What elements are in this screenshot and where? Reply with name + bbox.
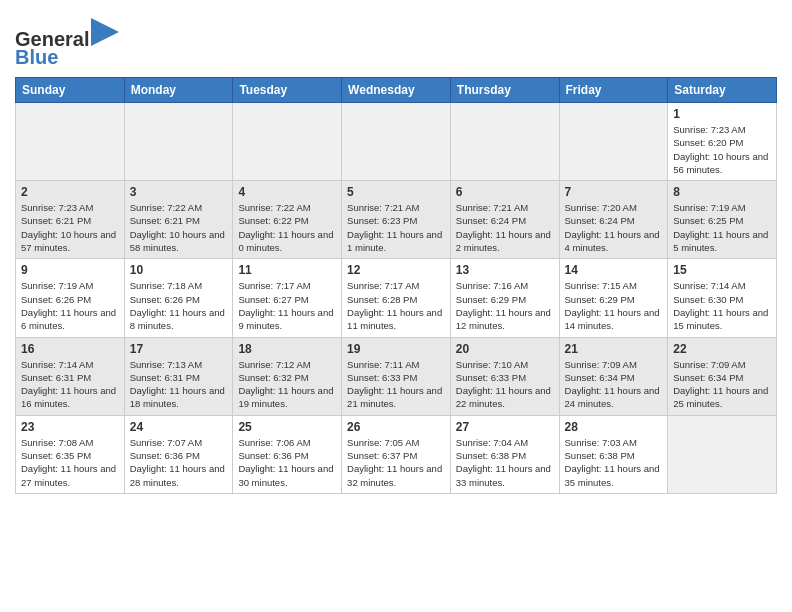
calendar-header-tuesday: Tuesday: [233, 78, 342, 103]
logo: General Blue: [15, 18, 119, 69]
day-number: 6: [456, 185, 554, 199]
day-info: Sunrise: 7:05 AM Sunset: 6:37 PM Dayligh…: [347, 436, 445, 489]
day-number: 17: [130, 342, 228, 356]
day-number: 13: [456, 263, 554, 277]
day-number: 8: [673, 185, 771, 199]
calendar-table: SundayMondayTuesdayWednesdayThursdayFrid…: [15, 77, 777, 494]
day-number: 14: [565, 263, 663, 277]
day-info: Sunrise: 7:14 AM Sunset: 6:31 PM Dayligh…: [21, 358, 119, 411]
calendar-header-sunday: Sunday: [16, 78, 125, 103]
day-info: Sunrise: 7:18 AM Sunset: 6:26 PM Dayligh…: [130, 279, 228, 332]
day-number: 19: [347, 342, 445, 356]
day-number: 1: [673, 107, 771, 121]
calendar-header-thursday: Thursday: [450, 78, 559, 103]
calendar-day-cell: 21Sunrise: 7:09 AM Sunset: 6:34 PM Dayli…: [559, 337, 668, 415]
day-number: 9: [21, 263, 119, 277]
calendar-day-cell: 3Sunrise: 7:22 AM Sunset: 6:21 PM Daylig…: [124, 181, 233, 259]
day-info: Sunrise: 7:07 AM Sunset: 6:36 PM Dayligh…: [130, 436, 228, 489]
calendar-day-cell: 22Sunrise: 7:09 AM Sunset: 6:34 PM Dayli…: [668, 337, 777, 415]
day-number: 22: [673, 342, 771, 356]
calendar-day-cell: 11Sunrise: 7:17 AM Sunset: 6:27 PM Dayli…: [233, 259, 342, 337]
day-number: 12: [347, 263, 445, 277]
day-info: Sunrise: 7:09 AM Sunset: 6:34 PM Dayligh…: [673, 358, 771, 411]
calendar-day-cell: 14Sunrise: 7:15 AM Sunset: 6:29 PM Dayli…: [559, 259, 668, 337]
day-info: Sunrise: 7:17 AM Sunset: 6:27 PM Dayligh…: [238, 279, 336, 332]
calendar-day-cell: 9Sunrise: 7:19 AM Sunset: 6:26 PM Daylig…: [16, 259, 125, 337]
day-number: 21: [565, 342, 663, 356]
calendar-day-cell: [124, 103, 233, 181]
day-info: Sunrise: 7:21 AM Sunset: 6:24 PM Dayligh…: [456, 201, 554, 254]
day-info: Sunrise: 7:19 AM Sunset: 6:26 PM Dayligh…: [21, 279, 119, 332]
calendar-day-cell: 17Sunrise: 7:13 AM Sunset: 6:31 PM Dayli…: [124, 337, 233, 415]
day-number: 18: [238, 342, 336, 356]
calendar-day-cell: 16Sunrise: 7:14 AM Sunset: 6:31 PM Dayli…: [16, 337, 125, 415]
day-number: 24: [130, 420, 228, 434]
calendar-day-cell: 2Sunrise: 7:23 AM Sunset: 6:21 PM Daylig…: [16, 181, 125, 259]
day-number: 11: [238, 263, 336, 277]
calendar-day-cell: 19Sunrise: 7:11 AM Sunset: 6:33 PM Dayli…: [342, 337, 451, 415]
day-info: Sunrise: 7:19 AM Sunset: 6:25 PM Dayligh…: [673, 201, 771, 254]
calendar-day-cell: 18Sunrise: 7:12 AM Sunset: 6:32 PM Dayli…: [233, 337, 342, 415]
calendar-header-saturday: Saturday: [668, 78, 777, 103]
day-info: Sunrise: 7:14 AM Sunset: 6:30 PM Dayligh…: [673, 279, 771, 332]
day-number: 15: [673, 263, 771, 277]
day-info: Sunrise: 7:10 AM Sunset: 6:33 PM Dayligh…: [456, 358, 554, 411]
calendar-day-cell: 5Sunrise: 7:21 AM Sunset: 6:23 PM Daylig…: [342, 181, 451, 259]
day-info: Sunrise: 7:20 AM Sunset: 6:24 PM Dayligh…: [565, 201, 663, 254]
day-number: 26: [347, 420, 445, 434]
calendar-day-cell: 23Sunrise: 7:08 AM Sunset: 6:35 PM Dayli…: [16, 415, 125, 493]
calendar-week-row: 23Sunrise: 7:08 AM Sunset: 6:35 PM Dayli…: [16, 415, 777, 493]
calendar-day-cell: 4Sunrise: 7:22 AM Sunset: 6:22 PM Daylig…: [233, 181, 342, 259]
calendar-day-cell: 10Sunrise: 7:18 AM Sunset: 6:26 PM Dayli…: [124, 259, 233, 337]
calendar-day-cell: 27Sunrise: 7:04 AM Sunset: 6:38 PM Dayli…: [450, 415, 559, 493]
calendar-day-cell: [233, 103, 342, 181]
logo-arrow-icon: [91, 18, 119, 46]
day-number: 3: [130, 185, 228, 199]
calendar-day-cell: [342, 103, 451, 181]
calendar-day-cell: 6Sunrise: 7:21 AM Sunset: 6:24 PM Daylig…: [450, 181, 559, 259]
calendar-header-wednesday: Wednesday: [342, 78, 451, 103]
calendar-day-cell: [450, 103, 559, 181]
calendar-week-row: 16Sunrise: 7:14 AM Sunset: 6:31 PM Dayli…: [16, 337, 777, 415]
calendar-header-friday: Friday: [559, 78, 668, 103]
day-number: 7: [565, 185, 663, 199]
day-info: Sunrise: 7:23 AM Sunset: 6:21 PM Dayligh…: [21, 201, 119, 254]
calendar-day-cell: 8Sunrise: 7:19 AM Sunset: 6:25 PM Daylig…: [668, 181, 777, 259]
header: General Blue: [15, 10, 777, 69]
calendar-day-cell: 28Sunrise: 7:03 AM Sunset: 6:38 PM Dayli…: [559, 415, 668, 493]
day-number: 2: [21, 185, 119, 199]
calendar-day-cell: 20Sunrise: 7:10 AM Sunset: 6:33 PM Dayli…: [450, 337, 559, 415]
calendar-day-cell: [559, 103, 668, 181]
day-info: Sunrise: 7:15 AM Sunset: 6:29 PM Dayligh…: [565, 279, 663, 332]
calendar-header-monday: Monday: [124, 78, 233, 103]
calendar-week-row: 1Sunrise: 7:23 AM Sunset: 6:20 PM Daylig…: [16, 103, 777, 181]
calendar-day-cell: 26Sunrise: 7:05 AM Sunset: 6:37 PM Dayli…: [342, 415, 451, 493]
day-number: 28: [565, 420, 663, 434]
day-info: Sunrise: 7:03 AM Sunset: 6:38 PM Dayligh…: [565, 436, 663, 489]
day-info: Sunrise: 7:12 AM Sunset: 6:32 PM Dayligh…: [238, 358, 336, 411]
day-number: 10: [130, 263, 228, 277]
day-info: Sunrise: 7:06 AM Sunset: 6:36 PM Dayligh…: [238, 436, 336, 489]
day-info: Sunrise: 7:16 AM Sunset: 6:29 PM Dayligh…: [456, 279, 554, 332]
day-number: 25: [238, 420, 336, 434]
day-info: Sunrise: 7:13 AM Sunset: 6:31 PM Dayligh…: [130, 358, 228, 411]
day-number: 20: [456, 342, 554, 356]
day-number: 4: [238, 185, 336, 199]
day-info: Sunrise: 7:17 AM Sunset: 6:28 PM Dayligh…: [347, 279, 445, 332]
calendar-day-cell: [668, 415, 777, 493]
calendar-day-cell: 24Sunrise: 7:07 AM Sunset: 6:36 PM Dayli…: [124, 415, 233, 493]
calendar-day-cell: 15Sunrise: 7:14 AM Sunset: 6:30 PM Dayli…: [668, 259, 777, 337]
calendar-day-cell: 13Sunrise: 7:16 AM Sunset: 6:29 PM Dayli…: [450, 259, 559, 337]
page: General Blue SundayMondayTuesdayWednesda…: [0, 0, 792, 612]
day-number: 23: [21, 420, 119, 434]
day-info: Sunrise: 7:04 AM Sunset: 6:38 PM Dayligh…: [456, 436, 554, 489]
calendar-week-row: 2Sunrise: 7:23 AM Sunset: 6:21 PM Daylig…: [16, 181, 777, 259]
calendar-week-row: 9Sunrise: 7:19 AM Sunset: 6:26 PM Daylig…: [16, 259, 777, 337]
calendar-day-cell: 12Sunrise: 7:17 AM Sunset: 6:28 PM Dayli…: [342, 259, 451, 337]
day-info: Sunrise: 7:21 AM Sunset: 6:23 PM Dayligh…: [347, 201, 445, 254]
calendar-day-cell: 1Sunrise: 7:23 AM Sunset: 6:20 PM Daylig…: [668, 103, 777, 181]
calendar-header-row: SundayMondayTuesdayWednesdayThursdayFrid…: [16, 78, 777, 103]
day-info: Sunrise: 7:08 AM Sunset: 6:35 PM Dayligh…: [21, 436, 119, 489]
day-info: Sunrise: 7:23 AM Sunset: 6:20 PM Dayligh…: [673, 123, 771, 176]
day-number: 16: [21, 342, 119, 356]
